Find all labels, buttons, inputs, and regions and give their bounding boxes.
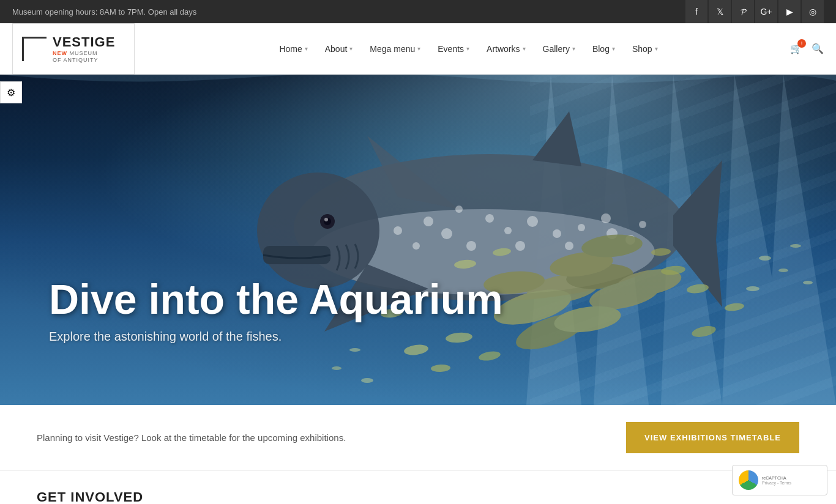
view-exhibitions-button[interactable]: VIEW EXHIBITIONS TIMETABLE bbox=[626, 422, 799, 453]
cart-badge: ! bbox=[797, 39, 806, 48]
svg-point-18 bbox=[553, 229, 561, 238]
chevron-down-icon: ▾ bbox=[466, 45, 469, 52]
svg-point-22 bbox=[565, 242, 573, 250]
youtube-icon[interactable]: ▶ bbox=[778, 0, 801, 23]
nav-gallery[interactable]: Gallery ▾ bbox=[534, 23, 584, 75]
svg-point-12 bbox=[455, 206, 463, 213]
svg-point-20 bbox=[578, 224, 585, 231]
svg-point-14 bbox=[485, 214, 494, 223]
aquarium-illustration bbox=[0, 75, 836, 405]
nav-shop[interactable]: Shop ▾ bbox=[624, 23, 666, 75]
recaptcha-logo bbox=[739, 470, 758, 490]
nav-about[interactable]: About ▾ bbox=[316, 23, 362, 75]
nav-events[interactable]: Events ▾ bbox=[429, 23, 478, 75]
svg-point-16 bbox=[504, 227, 512, 234]
nav-blog[interactable]: Blog ▾ bbox=[584, 23, 624, 75]
top-bar: Museum opening hours: 8AM to 7PM. Open a… bbox=[0, 0, 836, 23]
chevron-down-icon: ▾ bbox=[655, 45, 658, 52]
recaptcha-text: reCAPTCHA Privacy - Terms bbox=[762, 475, 791, 486]
svg-point-60 bbox=[349, 348, 360, 352]
svg-point-57 bbox=[803, 281, 813, 284]
instagram-icon[interactable]: ◎ bbox=[802, 0, 824, 23]
hero-banner: Dive into the Aquarium Explore the aston… bbox=[0, 75, 836, 405]
hero-content: Dive into the Aquarium Explore the aston… bbox=[49, 276, 503, 344]
logo-subtitle: NEW MUSEUMof ANTIQUITY bbox=[53, 50, 115, 64]
hero-title: Dive into the Aquarium bbox=[49, 276, 503, 322]
svg-point-56 bbox=[790, 244, 801, 248]
svg-point-53 bbox=[759, 256, 771, 261]
logo[interactable]: VESTIGE NEW MUSEUMof ANTIQUITY bbox=[12, 23, 135, 75]
googleplus-icon[interactable]: G+ bbox=[755, 0, 777, 23]
settings-button[interactable]: ⚙ bbox=[0, 81, 22, 103]
logo-name: VESTIGE bbox=[53, 34, 115, 50]
recaptcha-badge: reCAPTCHA Privacy - Terms bbox=[732, 465, 827, 495]
svg-point-11 bbox=[424, 217, 433, 226]
twitter-icon[interactable]: 𝕏 bbox=[709, 0, 731, 23]
cart-button[interactable]: 🛒 ! bbox=[790, 43, 802, 54]
main-nav: Home ▾ About ▾ Mega menu ▾ Events ▾ Artw… bbox=[153, 23, 784, 75]
svg-point-17 bbox=[527, 216, 538, 227]
cta-bar: Planning to visit Vestige? Look at the t… bbox=[0, 405, 836, 471]
svg-point-26 bbox=[394, 226, 402, 235]
chevron-down-icon: ▾ bbox=[349, 45, 353, 52]
svg-point-19 bbox=[515, 241, 525, 251]
nav-artworks[interactable]: Artworks ▾ bbox=[478, 23, 534, 75]
opening-hours: Museum opening hours: 8AM to 7PM. Open a… bbox=[12, 7, 196, 17]
pinterest-icon[interactable]: 𝓟 bbox=[732, 0, 754, 23]
logo-icon bbox=[22, 37, 47, 61]
svg-point-54 bbox=[778, 269, 788, 272]
nav-utility-icons: 🛒 ! 🔍 bbox=[790, 43, 824, 54]
search-button[interactable]: 🔍 bbox=[812, 43, 824, 54]
nav-mega-menu[interactable]: Mega menu ▾ bbox=[361, 23, 429, 75]
chevron-down-icon: ▾ bbox=[523, 45, 526, 52]
get-involved-title: GET INVOLVED bbox=[37, 489, 799, 504]
svg-point-27 bbox=[412, 242, 420, 250]
svg-point-9 bbox=[257, 172, 379, 289]
svg-point-24 bbox=[639, 221, 646, 228]
svg-rect-10 bbox=[263, 246, 330, 264]
hero-subtitle: Explore the astonishing world of the fis… bbox=[49, 330, 503, 344]
svg-point-30 bbox=[324, 218, 328, 221]
svg-point-58 bbox=[361, 378, 373, 383]
chevron-down-icon: ▾ bbox=[305, 45, 308, 52]
cta-text: Planning to visit Vestige? Look at the t… bbox=[37, 432, 346, 443]
svg-point-15 bbox=[466, 241, 476, 251]
svg-point-59 bbox=[332, 366, 341, 370]
svg-point-55 bbox=[746, 286, 759, 291]
chevron-down-icon: ▾ bbox=[417, 45, 420, 52]
logo-text: VESTIGE NEW MUSEUMof ANTIQUITY bbox=[53, 34, 115, 64]
get-involved-section: GET INVOLVED bbox=[0, 471, 836, 504]
chevron-down-icon: ▾ bbox=[612, 45, 615, 52]
svg-point-21 bbox=[601, 213, 611, 223]
header: ⚙ VESTIGE NEW MUSEUMof ANTIQUITY Home ▾ … bbox=[0, 23, 836, 75]
chevron-down-icon: ▾ bbox=[572, 45, 575, 52]
nav-home[interactable]: Home ▾ bbox=[271, 23, 316, 75]
facebook-icon[interactable]: f bbox=[685, 0, 707, 23]
social-icons-group: f 𝕏 𝓟 G+ ▶ ◎ bbox=[685, 0, 824, 23]
svg-point-13 bbox=[441, 228, 452, 239]
